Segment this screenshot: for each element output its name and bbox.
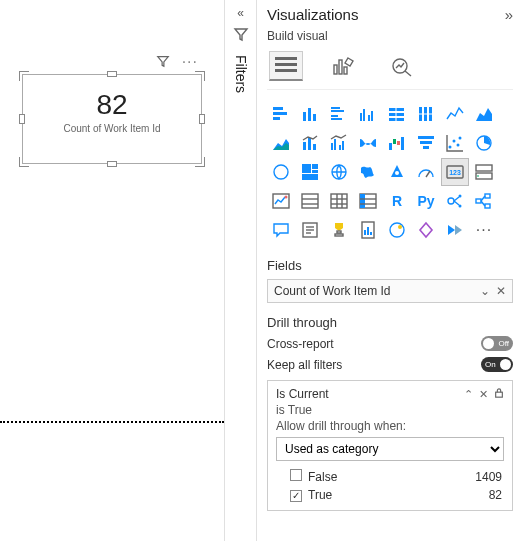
remove-icon[interactable]: ✕	[479, 388, 488, 401]
table-icon[interactable]	[325, 187, 353, 215]
slicer-icon[interactable]	[296, 187, 324, 215]
resize-handle[interactable]	[107, 161, 117, 167]
resize-handle[interactable]	[19, 114, 25, 124]
stacked-area-chart-icon[interactable]	[267, 129, 295, 157]
drill-option-row[interactable]: False 1409	[276, 467, 504, 486]
svg-line-80	[454, 201, 459, 205]
python-visual-icon[interactable]: Py	[412, 187, 440, 215]
pie-chart-icon[interactable]	[470, 129, 498, 157]
smart-narrative-icon[interactable]	[296, 216, 324, 244]
resize-handle[interactable]	[19, 157, 29, 167]
r-visual-icon[interactable]: R	[383, 187, 411, 215]
stacked-bar-chart-icon[interactable]	[267, 100, 295, 128]
power-apps-icon[interactable]	[412, 216, 440, 244]
ribbon-chart-icon[interactable]	[354, 129, 382, 157]
svg-rect-1	[275, 63, 297, 66]
card-value: 82	[23, 89, 201, 121]
kpi-icon[interactable]	[267, 187, 295, 215]
line-clustered-column-icon[interactable]	[325, 129, 353, 157]
svg-rect-12	[308, 108, 311, 121]
build-visual-label: Build visual	[267, 29, 513, 43]
page-divider	[0, 421, 224, 423]
paginated-report-icon[interactable]	[354, 216, 382, 244]
collapse-icon[interactable]: «	[237, 6, 244, 20]
hundred-stacked-bar-icon[interactable]	[383, 100, 411, 128]
resize-handle[interactable]	[199, 114, 205, 124]
filters-pane-collapsed[interactable]: « Filters	[225, 0, 257, 541]
hundred-stacked-column-icon[interactable]	[412, 100, 440, 128]
line-chart-icon[interactable]	[441, 100, 469, 128]
drill-option-row[interactable]: ✓True 82	[276, 486, 504, 504]
key-influencers-icon[interactable]	[441, 187, 469, 215]
donut-chart-icon[interactable]	[267, 158, 295, 186]
svg-rect-95	[364, 230, 366, 235]
filled-map-icon[interactable]	[354, 158, 382, 186]
expand-icon[interactable]: »	[505, 6, 513, 23]
svg-rect-32	[313, 144, 316, 150]
tab-format-visual[interactable]	[327, 51, 361, 81]
qa-visual-icon[interactable]	[267, 216, 295, 244]
area-chart-icon[interactable]	[470, 100, 498, 128]
matrix-icon[interactable]	[354, 187, 382, 215]
svg-point-50	[278, 169, 284, 175]
clustered-bar-chart-icon[interactable]	[325, 100, 353, 128]
card-visual[interactable]: ··· 82 Count of Work Item Id	[22, 74, 202, 164]
azure-map-icon[interactable]	[383, 158, 411, 186]
svg-rect-33	[331, 143, 333, 150]
visualizations-pane: Visualizations » Build visual	[257, 0, 523, 541]
arcgis-map-icon[interactable]	[383, 216, 411, 244]
option-count: 82	[489, 488, 502, 502]
keep-filters-toggle[interactable]: On	[481, 357, 513, 372]
svg-rect-51	[302, 164, 311, 173]
get-more-visuals-icon[interactable]: ···	[470, 216, 498, 244]
multi-row-card-icon[interactable]	[470, 158, 498, 186]
svg-rect-75	[360, 194, 365, 208]
svg-rect-97	[370, 232, 372, 235]
gauge-icon[interactable]	[412, 158, 440, 186]
checkbox-icon[interactable]	[290, 469, 302, 481]
tab-build-visual[interactable]	[269, 51, 303, 81]
collapse-icon[interactable]: ⌃	[464, 388, 473, 401]
field-well[interactable]: Count of Work Item Id ⌄ ✕	[267, 279, 513, 303]
resize-handle[interactable]	[107, 71, 117, 77]
svg-point-44	[449, 146, 452, 149]
lock-icon[interactable]	[494, 388, 504, 401]
funnel-chart-icon[interactable]	[412, 129, 440, 157]
stacked-column-chart-icon[interactable]	[296, 100, 324, 128]
treemap-icon[interactable]	[296, 158, 324, 186]
svg-rect-52	[312, 164, 318, 169]
report-canvas[interactable]: ··· 82 Count of Work Item Id	[0, 0, 225, 541]
map-icon[interactable]	[325, 158, 353, 186]
option-count: 1409	[475, 470, 502, 484]
resize-handle[interactable]	[19, 71, 29, 81]
card-visual-icon[interactable]: 123	[441, 158, 469, 186]
waterfall-chart-icon[interactable]	[383, 129, 411, 157]
svg-rect-53	[312, 170, 318, 173]
cross-report-toggle[interactable]: Off	[481, 336, 513, 351]
drill-mode-select[interactable]: Used as category	[276, 437, 504, 461]
power-automate-icon[interactable]	[441, 216, 469, 244]
resize-handle[interactable]	[195, 157, 205, 167]
panel-title: Visualizations	[267, 6, 358, 23]
svg-rect-10	[273, 117, 280, 120]
visualization-gallery: 123 R Py ···	[267, 100, 513, 244]
filter-icon[interactable]	[156, 54, 170, 71]
svg-rect-11	[303, 112, 306, 121]
tab-analytics[interactable]	[385, 51, 419, 81]
goals-icon[interactable]	[325, 216, 353, 244]
svg-rect-83	[476, 199, 481, 203]
more-icon[interactable]: ···	[182, 53, 198, 71]
svg-rect-39	[397, 141, 400, 145]
chevron-down-icon[interactable]: ⌄	[480, 284, 490, 298]
resize-handle[interactable]	[195, 71, 205, 81]
svg-line-7	[405, 71, 411, 76]
svg-rect-60	[476, 165, 492, 171]
decomposition-tree-icon[interactable]	[470, 187, 498, 215]
clustered-column-chart-icon[interactable]	[354, 100, 382, 128]
line-stacked-column-icon[interactable]	[296, 129, 324, 157]
remove-field-icon[interactable]: ✕	[496, 284, 506, 298]
scatter-chart-icon[interactable]	[441, 129, 469, 157]
option-label: True	[308, 488, 332, 502]
svg-text:123: 123	[449, 169, 461, 176]
checkbox-icon[interactable]: ✓	[290, 490, 302, 502]
